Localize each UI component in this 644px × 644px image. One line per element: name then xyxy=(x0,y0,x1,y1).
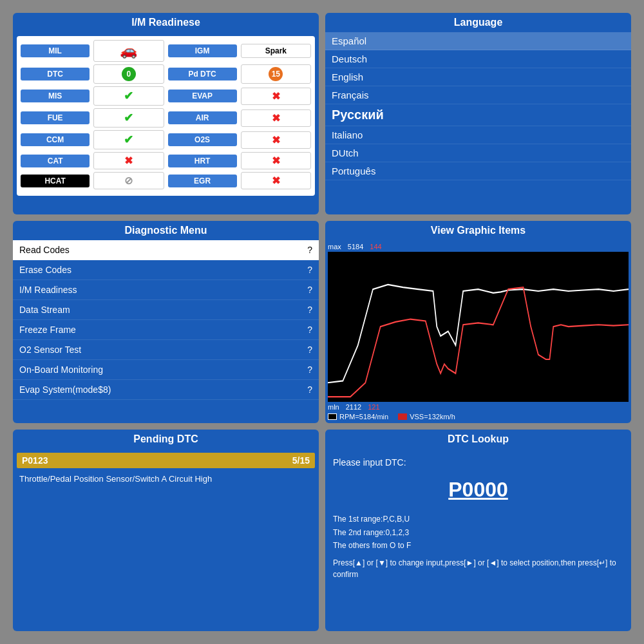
slash-icon: ⊘ xyxy=(124,175,133,187)
graph-canvas xyxy=(328,252,629,401)
mis-value: ✔ xyxy=(93,86,164,106)
dtc-lookup-body: Please input DTC: P0000 The 1st range:P,… xyxy=(325,449,631,631)
dtc-range2: The 2nd range:0,1,2,3 xyxy=(333,526,623,539)
legend-vss: VSS=132km/h xyxy=(398,413,455,421)
diag-item-read-codes[interactable]: Read Codes ? xyxy=(13,240,319,260)
diag-item-im-readiness[interactable]: I/M Readiness ? xyxy=(13,280,319,300)
lang-item-deutsch[interactable]: Deutsch xyxy=(325,50,631,68)
diag-item-evap-system[interactable]: Evap System(mode$8) ? xyxy=(13,380,319,400)
diag-item-help: ? xyxy=(307,245,312,255)
im-inner: MIL 🚗 IGM Spark DTC 0 Pd DTC 15 xyxy=(17,36,315,196)
pending-dtc-panel: Pending DTC P0123 5/15 Throttle/Pedal Po… xyxy=(13,430,319,631)
im-row-ccm: CCM ✔ O2S ✖ xyxy=(21,130,311,149)
legend-rpm-label: RPM=5184/min xyxy=(339,413,388,421)
cross-icon: ✖ xyxy=(272,175,280,187)
im-readiness-panel: I/M Readinese MIL 🚗 IGM Spark DTC 0 xyxy=(13,13,319,214)
hcat-value: ⊘ xyxy=(93,172,164,189)
ccm-label: CCM xyxy=(21,133,90,146)
diag-item-label: Erase Codes xyxy=(19,265,71,275)
mil-value: 🚗 xyxy=(93,40,164,62)
dtc-value: 0 xyxy=(93,64,164,84)
red-max-val: 144 xyxy=(370,243,381,251)
dtc-lookup-title: DTC Lookup xyxy=(325,430,631,449)
diagnostic-menu-panel: Diagnostic Menu Read Codes ? Erase Codes… xyxy=(13,221,319,422)
mil-label: MIL xyxy=(21,44,90,57)
pending-dtc-title: Pending DTC xyxy=(13,430,319,449)
im-row-hcat: HCAT ⊘ EGR ✖ xyxy=(21,172,311,189)
diag-item-data-stream[interactable]: Data Stream ? xyxy=(13,300,319,320)
air-label: AIR xyxy=(168,111,237,124)
im-row-cat: CAT ✖ HRT ✖ xyxy=(21,152,311,169)
check-icon: ✔ xyxy=(124,133,133,147)
cross-icon: ✖ xyxy=(272,155,280,167)
diag-item-label: I/M Readiness xyxy=(19,285,77,295)
diag-item-o2-sensor[interactable]: O2 Sensor Test ? xyxy=(13,340,319,360)
lang-item-italiano[interactable]: Italiano xyxy=(325,126,631,144)
diag-item-help: ? xyxy=(307,265,312,275)
main-container: I/M Readinese MIL 🚗 IGM Spark DTC 0 xyxy=(13,13,631,631)
black-min-val: 2112 xyxy=(346,403,361,411)
diagnostic-menu-title: Diagnostic Menu xyxy=(13,221,319,240)
im-readiness-title: I/M Readinese xyxy=(13,13,319,32)
hrt-label: HRT xyxy=(168,155,237,167)
dtc-ranges: The 1st range:P,C,B,U The 2nd range:0,1,… xyxy=(333,513,623,552)
check-icon: ✔ xyxy=(124,89,133,103)
im-row-1: MIL 🚗 IGM Spark xyxy=(21,40,311,62)
legend-rpm: RPM=5184/min xyxy=(328,413,388,421)
pending-dtc-counter: 5/15 xyxy=(292,455,310,466)
legend-row: RPM=5184/min VSS=132km/h xyxy=(328,413,629,421)
hcat-label: HCAT xyxy=(21,175,90,187)
lang-item-russian[interactable]: Русский xyxy=(325,104,631,126)
diag-item-erase-codes[interactable]: Erase Codes ? xyxy=(13,260,319,280)
evap-value: ✖ xyxy=(241,88,311,105)
cross-icon: ✖ xyxy=(124,155,133,167)
lang-item-portuguese[interactable]: Português xyxy=(325,162,631,180)
language-title: Language xyxy=(325,13,631,32)
egr-label: EGR xyxy=(168,175,237,187)
language-list: Español Deutsch English Français Русский… xyxy=(325,32,631,180)
dtc-prompt: Please input DTC: xyxy=(333,455,623,469)
dtc-label: DTC xyxy=(21,68,90,80)
hrt-value: ✖ xyxy=(241,152,311,169)
pending-dtc-row: P0123 5/15 xyxy=(17,453,315,468)
diag-item-label: O2 Sensor Test xyxy=(19,345,81,355)
diag-item-help: ? xyxy=(307,325,312,335)
fue-label: FUE xyxy=(21,111,90,124)
diag-item-label: Freeze Frame xyxy=(19,325,76,335)
pending-dtc-description: Throttle/Pedal Position Sensor/Switch A … xyxy=(17,468,315,490)
pending-dtc-code: P0123 xyxy=(22,455,48,466)
cat-label: CAT xyxy=(21,155,90,167)
diag-item-label: On-Board Monitoring xyxy=(19,365,103,375)
legend-black-box xyxy=(328,413,337,420)
check-icon: ✔ xyxy=(124,111,133,125)
cross-icon: ✖ xyxy=(272,134,280,146)
max-label: max xyxy=(328,243,341,251)
graph-labels-top: max 5184 144 xyxy=(328,243,629,251)
diagnostic-menu-list: Read Codes ? Erase Codes ? I/M Readiness… xyxy=(13,240,319,400)
im-row-fue: FUE ✔ AIR ✖ xyxy=(21,108,311,128)
diag-item-onboard-monitoring[interactable]: On-Board Monitoring ? xyxy=(13,360,319,380)
graph-labels-bottom: mln 2112 121 xyxy=(328,403,629,411)
graph-svg xyxy=(328,252,629,401)
igm-label: IGM xyxy=(168,44,237,57)
o2s-label: O2S xyxy=(168,133,237,146)
egr-value: ✖ xyxy=(241,172,311,189)
view-graphic-panel: View Graphic Items max 5184 144 mln 2112… xyxy=(325,221,631,422)
diag-item-label: Data Stream xyxy=(19,305,70,315)
diag-item-help: ? xyxy=(307,345,312,355)
engine-icon: 🚗 xyxy=(120,43,137,59)
cat-value: ✖ xyxy=(93,152,164,169)
diag-item-freeze-frame[interactable]: Freeze Frame ? xyxy=(13,320,319,340)
red-min-val: 121 xyxy=(368,403,379,411)
pd-dtc-label: Pd DTC xyxy=(168,68,237,80)
mis-label: MIS xyxy=(21,90,90,102)
min-label: mln xyxy=(328,403,339,411)
lang-item-francais[interactable]: Français xyxy=(325,86,631,104)
dtc-code-display: P0000 xyxy=(333,473,623,506)
diag-item-label: Read Codes xyxy=(19,245,70,255)
dtc-lookup-panel: DTC Lookup Please input DTC: P0000 The 1… xyxy=(325,430,631,631)
lang-item-dutch[interactable]: DUtch xyxy=(325,144,631,162)
ccm-value: ✔ xyxy=(93,130,164,149)
lang-item-english[interactable]: English xyxy=(325,68,631,86)
lang-item-espanol[interactable]: Español xyxy=(325,32,631,50)
